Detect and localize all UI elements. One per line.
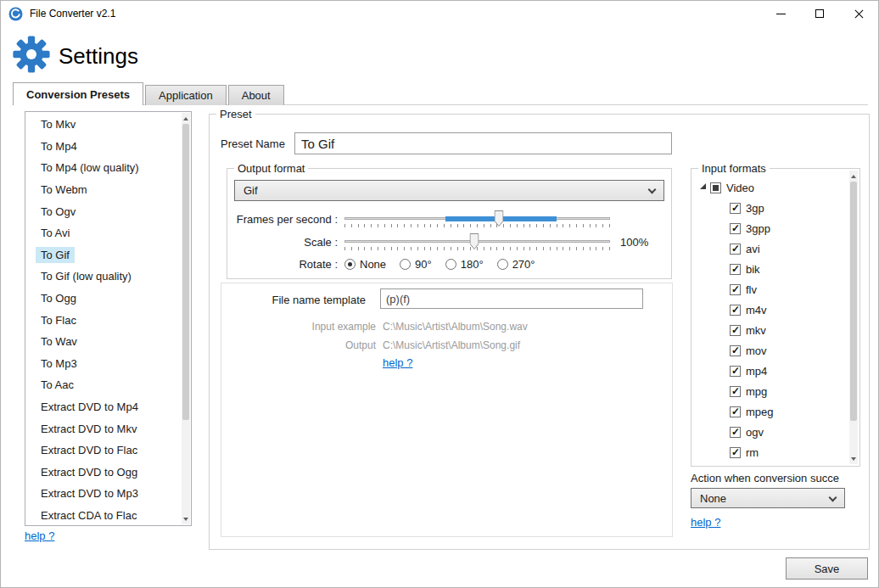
format-item[interactable]: bik xyxy=(693,259,848,279)
preset-list-item[interactable]: To Gif xyxy=(25,244,182,266)
checkbox-icon[interactable] xyxy=(730,406,741,417)
preset-list-item-label: To Ogg xyxy=(36,290,81,306)
checkbox-icon[interactable] xyxy=(730,203,741,214)
preset-list-item[interactable]: Extract DVD to Mkv xyxy=(25,417,182,440)
formats-scrollbar[interactable] xyxy=(849,171,858,464)
preset-list-item[interactable]: To Mp3 xyxy=(25,353,182,375)
checkbox-icon[interactable] xyxy=(730,223,741,234)
format-item[interactable]: m4v xyxy=(693,300,848,320)
close-button[interactable] xyxy=(839,1,878,26)
input-example-label: Input example xyxy=(221,321,376,333)
format-item-label: flv xyxy=(746,283,757,296)
scrollbar-track[interactable] xyxy=(182,124,190,513)
scrollbar-thumb[interactable] xyxy=(182,124,189,420)
preset-group: Preset Preset Name Output format Gif Fra… xyxy=(209,114,870,550)
preset-list-item[interactable]: To Avi xyxy=(25,222,182,244)
rotate-option-180[interactable]: 180° xyxy=(445,258,484,271)
fps-label: Frames per second : xyxy=(234,213,338,226)
preset-list-item[interactable]: To Gif (low quality) xyxy=(25,266,182,288)
preset-list-item-label: To Aac xyxy=(36,377,79,393)
format-item[interactable]: 3gpp xyxy=(693,218,848,238)
save-button[interactable]: Save xyxy=(786,557,868,580)
scale-slider-thumb[interactable] xyxy=(470,233,479,249)
sidebar-help-link[interactable]: help ? xyxy=(25,529,54,542)
format-item[interactable]: flv xyxy=(693,279,848,300)
checkbox-icon[interactable] xyxy=(730,325,741,336)
format-item[interactable]: mkv xyxy=(693,320,848,340)
fps-slider-thumb[interactable] xyxy=(494,210,503,227)
preset-list-item-label: Extract DVD to Ogg xyxy=(36,464,143,480)
checkbox-icon[interactable] xyxy=(730,244,741,255)
action-help-link[interactable]: help ? xyxy=(691,516,720,529)
checkbox-icon[interactable] xyxy=(730,447,741,458)
preset-list-item[interactable]: To Flac xyxy=(25,309,182,331)
chevron-down-icon xyxy=(648,186,657,194)
tree-expander-icon[interactable] xyxy=(700,183,706,189)
tab-about[interactable]: About xyxy=(228,85,284,105)
preset-list-item[interactable]: Extract DVD to Ogg xyxy=(25,462,182,484)
radio-icon xyxy=(344,259,356,270)
scroll-up-icon[interactable] xyxy=(849,171,858,182)
rotate-option-none[interactable]: None xyxy=(344,258,386,271)
file-naming-help-link[interactable]: help ? xyxy=(383,356,412,369)
maximize-button[interactable] xyxy=(800,1,839,26)
checkbox-icon[interactable] xyxy=(730,386,741,397)
format-item[interactable]: rm xyxy=(693,442,848,462)
conversion-action-select[interactable]: None xyxy=(691,488,845,508)
format-item-label: mpg xyxy=(746,385,767,398)
minimize-button[interactable] xyxy=(761,1,800,26)
preset-list-item[interactable]: To Mkv xyxy=(25,114,182,136)
scrollbar-track[interactable] xyxy=(849,182,858,453)
format-item[interactable]: 3gp xyxy=(693,198,848,218)
checkbox-icon[interactable] xyxy=(730,305,741,316)
format-item[interactable]: avi xyxy=(693,238,848,259)
format-item-label: rm xyxy=(746,446,759,459)
format-item[interactable]: ogv xyxy=(693,422,848,442)
preset-list-item-label: To Flac xyxy=(36,312,81,328)
preset-list-item[interactable]: To Aac xyxy=(25,374,182,396)
preset-list-item-label: Extract DVD to Mp4 xyxy=(36,399,143,415)
formats-tree-root[interactable]: Video xyxy=(693,177,848,198)
preset-list-item[interactable]: Extract CDA to Flac xyxy=(25,505,182,524)
preset-list-item[interactable]: To Wav xyxy=(25,331,182,353)
rotate-option-270[interactable]: 270° xyxy=(497,258,535,271)
format-item-label: ogv xyxy=(746,426,764,439)
scroll-down-icon[interactable] xyxy=(849,453,858,464)
preset-list-item[interactable]: Extract DVD to Mp3 xyxy=(25,483,182,505)
preset-list-item-label: To Gif (low quality) xyxy=(36,268,137,284)
preset-list-item[interactable]: To Ogv xyxy=(25,200,182,222)
fps-slider-ticks xyxy=(344,224,610,227)
file-name-template-input[interactable] xyxy=(380,288,643,309)
rotate-option-90[interactable]: 90° xyxy=(400,258,432,271)
preset-list-item[interactable]: To Mp4 xyxy=(25,136,182,158)
video-checkbox-icon[interactable] xyxy=(710,182,721,193)
format-item[interactable]: mp4 xyxy=(693,361,848,381)
fps-slider[interactable] xyxy=(344,210,610,228)
checkbox-icon[interactable] xyxy=(730,345,741,356)
checkbox-icon[interactable] xyxy=(730,284,741,295)
scroll-up-icon[interactable] xyxy=(182,113,190,124)
format-item[interactable]: mpg xyxy=(693,381,848,401)
preset-list-item[interactable]: Extract DVD to Mp4 xyxy=(25,396,182,418)
scroll-down-icon[interactable] xyxy=(182,513,190,524)
checkbox-icon[interactable] xyxy=(730,366,741,377)
format-item[interactable]: mpeg xyxy=(693,401,848,422)
scale-slider[interactable] xyxy=(344,232,610,251)
rotate-label: Rotate : xyxy=(234,258,338,271)
checkbox-icon[interactable] xyxy=(730,264,741,275)
output-example-value: C:\Music\Artist\Album\Song.gif xyxy=(383,339,520,351)
preset-listbox: To MkvTo Mp4To Mp4 (low quality)To WebmT… xyxy=(25,111,192,526)
preset-name-input[interactable] xyxy=(294,132,672,154)
scrollbar-thumb[interactable] xyxy=(850,182,857,421)
tab-conversion-presets[interactable]: Conversion Presets xyxy=(13,82,143,105)
output-format-select[interactable]: Gif xyxy=(234,180,664,201)
preset-list-item[interactable]: Extract DVD to Flac xyxy=(25,440,182,462)
format-item[interactable]: mov xyxy=(693,340,848,361)
preset-list-scrollbar[interactable] xyxy=(182,113,190,524)
tab-application[interactable]: Application xyxy=(145,85,227,105)
preset-list-item[interactable]: To Ogg xyxy=(25,288,182,310)
checkbox-icon[interactable] xyxy=(730,427,741,438)
preset-list-item-label: Extract DVD to Flac xyxy=(36,442,143,458)
preset-list-item[interactable]: To Mp4 (low quality) xyxy=(25,157,182,179)
preset-list-item[interactable]: To Webm xyxy=(25,179,182,201)
